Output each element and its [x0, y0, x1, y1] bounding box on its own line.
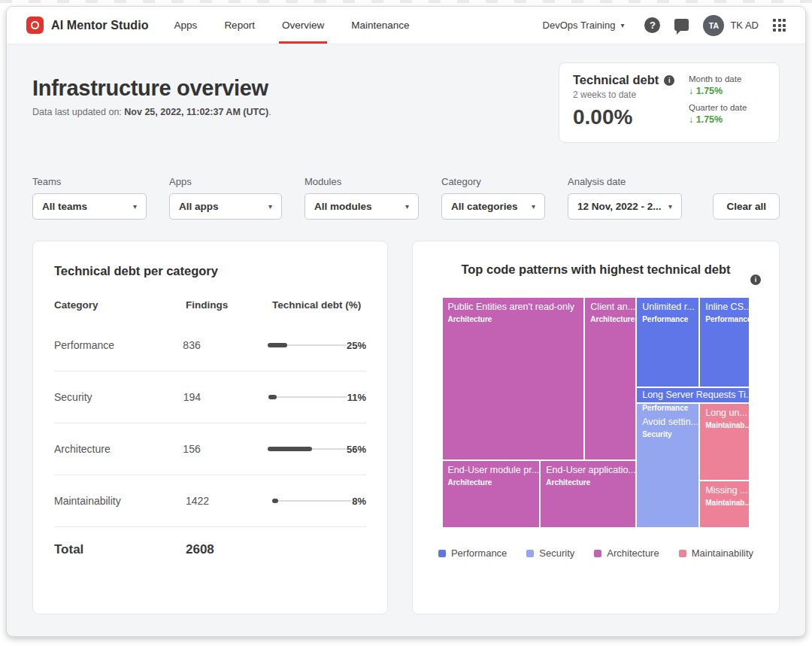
col-header-debt: Technical debt (%)	[272, 299, 366, 311]
nav-item-apps[interactable]: Apps	[174, 7, 198, 44]
chevron-down-icon: ▾	[405, 202, 409, 211]
page-content: Infrastructure overview Data last update…	[7, 44, 805, 614]
treemap-tile-public-entities-aren-t-read-only[interactable]: Public Entities aren't read-onlyArchitec…	[442, 297, 585, 459]
feedback-chat-icon[interactable]	[674, 19, 689, 31]
modules-select[interactable]: All modules▾	[304, 193, 419, 220]
brand: AI Mentor Studio	[26, 7, 149, 44]
app-logo-icon	[26, 17, 44, 34]
filter-label: Teams	[32, 176, 147, 187]
debt-value: 0.00%	[573, 105, 675, 129]
filter-category: CategoryAll categories▾	[441, 176, 545, 220]
debt-progress-bar	[268, 396, 347, 398]
debt-card-title: Technical debt	[573, 73, 659, 87]
metric-value: ↓ 1.75%	[689, 86, 765, 96]
technical-debt-card: Technical debt i 2 weeks to date 0.00% M…	[559, 62, 780, 143]
filters-row: TeamsAll teams▾AppsAll apps▾ModulesAll m…	[32, 176, 780, 220]
table-row: Performance83625%	[54, 320, 366, 372]
total-value: 2608	[186, 542, 272, 557]
treemap-tile-inline-cs[interactable]: Inline CS...Performance	[699, 297, 750, 387]
debt-progress-bar	[272, 500, 351, 502]
top-code-patterns-title: Top code patterns with highest technical…	[450, 261, 743, 278]
page-title: Infrastructure overview	[32, 76, 271, 101]
last-updated-text: Data last updated on: Nov 25, 2022, 11:0…	[32, 107, 271, 117]
treemap-tile-client-an[interactable]: Client an...Architecture	[584, 297, 636, 459]
info-icon[interactable]: i	[664, 75, 674, 86]
legend-item-performance[interactable]: Performance	[438, 547, 507, 559]
user-name: TK AD	[730, 20, 759, 31]
top-code-patterns-card: Top code patterns with highest technical…	[412, 241, 780, 614]
treemap-chart: Public Entities aren't read-onlyArchitec…	[442, 297, 750, 528]
treemap-tile-missing[interactable]: Missing ...Maintainab...	[699, 481, 750, 528]
legend-item-maintainability[interactable]: Maintainability	[679, 547, 753, 559]
treemap-tile-avoid-settin[interactable]: Avoid settin...Security	[636, 403, 699, 528]
nav-item-maintenance[interactable]: Maintenance	[351, 7, 409, 44]
brand-name: AI Mentor Studio	[51, 19, 149, 32]
treemap-tile-long-server-requests-ti[interactable]: Long Server Requests Ti...Performance	[636, 387, 750, 403]
tile-category: Architecture	[590, 315, 630, 323]
teams-select[interactable]: All teams▾	[32, 193, 147, 220]
legend-swatch	[679, 550, 686, 557]
category-select[interactable]: All categories▾	[441, 193, 545, 220]
legend-item-architecture[interactable]: Architecture	[594, 547, 659, 559]
filter-label: Category	[441, 176, 545, 187]
chevron-down-icon: ▾	[268, 202, 272, 211]
nav-item-overview[interactable]: Overview	[282, 7, 324, 44]
debt-per-category-card: Technical debt per category Category Fin…	[32, 241, 388, 614]
debt-period: 2 weeks to date	[573, 89, 675, 100]
select-value: All categories	[451, 201, 518, 212]
legend-label: Maintainability	[692, 547, 753, 559]
apps-select[interactable]: All apps▾	[169, 193, 282, 220]
row-findings: 194	[183, 391, 268, 403]
filter-analysis-date: Analysis date12 Nov, 2022 - 2...▾	[568, 176, 682, 220]
select-value: All apps	[179, 201, 219, 212]
apps-grid-icon[interactable]	[773, 19, 786, 32]
environment-selector[interactable]: DevOps Training ▾	[543, 20, 625, 31]
treemap-tile-unlimited-r[interactable]: Unlimited r...Performance	[636, 297, 699, 387]
filter-label: Analysis date	[568, 176, 682, 187]
treemap-tile-end-user-applicatio[interactable]: End-User applicatio...Architecture	[540, 460, 636, 529]
app-window: AI Mentor Studio AppsReportOverviewMaint…	[6, 6, 806, 637]
help-icon[interactable]: ?	[644, 17, 660, 33]
chevron-down-icon: ▾	[532, 202, 535, 211]
tile-category: Architecture	[448, 478, 535, 487]
legend-swatch	[526, 550, 534, 557]
nav-item-report[interactable]: Report	[224, 7, 255, 44]
legend-swatch	[594, 550, 601, 557]
filter-apps: AppsAll apps▾	[169, 176, 282, 220]
tile-label: Missing ...	[705, 485, 744, 496]
tile-label: End-User module pr...	[448, 465, 535, 476]
row-debt-percent: 8%	[352, 496, 366, 507]
tile-label: Long Server Requests Ti...	[642, 390, 744, 401]
tile-label: Inline CS...	[705, 302, 744, 313]
debt-metrics: Month to date↓ 1.75%Quarter to date↓ 1.7…	[689, 73, 765, 132]
treemap-tile-long-un[interactable]: Long un...Maintainab...	[699, 403, 750, 481]
top-navigation: AI Mentor Studio AppsReportOverviewMaint…	[7, 7, 805, 44]
table-total-row: Total 2608	[54, 527, 366, 557]
topbar-right: DevOps Training ▾ ? TA TK AD	[543, 7, 786, 44]
debt-category-table: Category Findings Technical debt (%) Per…	[54, 299, 366, 557]
clear-all-button[interactable]: Clear all	[713, 193, 780, 220]
legend-label: Security	[539, 547, 574, 559]
row-category: Performance	[54, 339, 183, 351]
filter-modules: ModulesAll modules▾	[304, 176, 419, 220]
tile-category: Architecture	[448, 315, 579, 323]
metric-label: Month to date	[689, 74, 765, 83]
tile-category: Maintainab...	[705, 421, 744, 429]
table-row: Maintainability14228%	[54, 475, 366, 527]
legend-label: Architecture	[607, 547, 659, 559]
treemap-tile-end-user-module-pr[interactable]: End-User module pr...Architecture	[442, 460, 541, 529]
debt-metric-quarter-to-date: Quarter to date↓ 1.75%	[689, 103, 765, 125]
tile-category: Performance	[705, 315, 744, 323]
info-icon[interactable]: i	[750, 274, 761, 285]
environment-label: DevOps Training	[543, 20, 616, 31]
row-category: Security	[54, 391, 183, 403]
tile-category: Security	[642, 430, 693, 438]
metric-value: ↓ 1.75%	[689, 114, 765, 125]
table-header: Category Findings Technical debt (%)	[54, 299, 366, 320]
avatar[interactable]: TA	[703, 15, 724, 36]
browser-chrome-remnant	[0, 0, 812, 3]
select-value: All modules	[314, 201, 372, 212]
analysis-date-select[interactable]: 12 Nov, 2022 - 2...▾	[568, 193, 682, 220]
legend-item-security[interactable]: Security	[526, 547, 574, 559]
tile-category: Performance	[642, 315, 693, 323]
